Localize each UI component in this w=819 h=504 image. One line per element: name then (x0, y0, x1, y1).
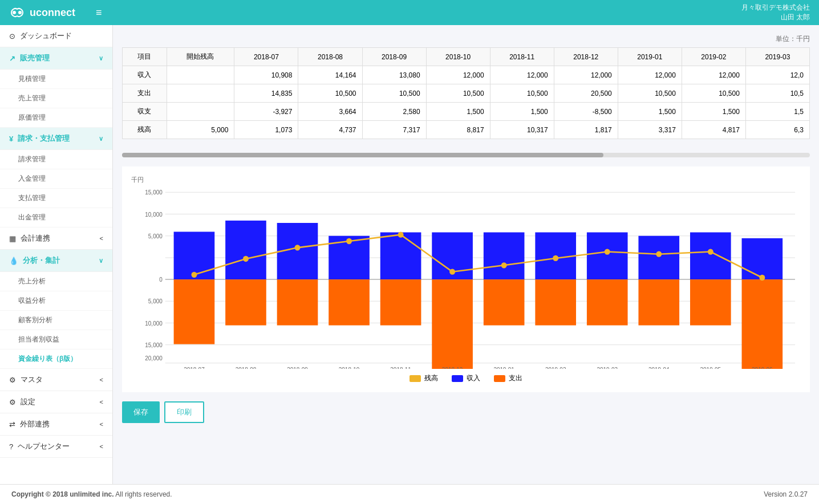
svg-text:15,000: 15,000 (145, 189, 163, 196)
chart-legend: 残高 収入 支出 (131, 373, 801, 383)
sidebar-item-withdrawal[interactable]: 出金管理 (0, 208, 112, 227)
analysis-chevron: ∨ (99, 257, 103, 265)
svg-text:2018-11: 2018-11 (390, 367, 411, 369)
sidebar-item-profit-analysis[interactable]: 収益分析 (0, 291, 112, 311)
svg-text:5,000: 5,000 (148, 233, 163, 239)
billing-chevron: ∨ (99, 135, 103, 143)
sidebar-section-billing[interactable]: ¥ 請求・支払管理 ∨ (0, 128, 112, 150)
bar-income-201903 (587, 233, 628, 280)
sidebar-section-settings[interactable]: ⚙ 設定 < (0, 391, 112, 413)
settings-icon: ⚙ (9, 398, 16, 407)
sidebar-section-sales[interactable]: ↗ 販売管理 ∨ (0, 47, 112, 70)
header-left: uconnect ≡ (9, 6, 102, 19)
sidebar-master-label: マスタ (21, 375, 43, 385)
balance-dot-201812 (449, 269, 455, 275)
footer: Copyright © 2018 unlimited inc. All righ… (0, 484, 819, 504)
accounting-icon: ▦ (9, 234, 16, 243)
sidebar-item-cost[interactable]: 原価管理 (0, 108, 112, 128)
col-header-201901: 2019-01 (618, 48, 682, 66)
table-scroll[interactable]: 項目 開始残高 2018-07 2018-08 2018-09 2018-10 … (122, 47, 810, 144)
bar-expense-201902 (535, 279, 576, 326)
table-row-expense: 支出 14,835 10,500 10,500 10,500 10,500 20… (123, 84, 810, 103)
legend-color-income (452, 375, 463, 382)
user-name: 山田 太郎 (741, 13, 810, 22)
balance-dot-201904 (656, 251, 662, 257)
external-chevron: < (100, 421, 103, 428)
master-icon: ⚙ (9, 376, 16, 384)
col-header-opening: 開始残高 (167, 48, 234, 66)
table-row-balance-flow: 収支 -3,927 3,664 2,580 1,500 1,500 -8,500… (123, 103, 810, 121)
sidebar-dashboard-label: ダッシュボード (20, 31, 72, 41)
sidebar-section-analysis[interactable]: 💧 分析・集計 ∨ (0, 250, 112, 272)
scroll-indicator[interactable] (122, 153, 810, 157)
balance-dot-201808 (243, 256, 249, 262)
sidebar-item-customer-analysis[interactable]: 顧客別分析 (0, 311, 112, 330)
help-chevron: < (100, 443, 103, 450)
balance-dot-201811 (398, 231, 404, 237)
main-layout: ⊙ ダッシュボード ↗ 販売管理 ∨ 見積管理 売上管理 原価管理 ¥ 請求・支… (0, 25, 819, 484)
master-chevron: < (100, 376, 103, 383)
legend-color-balance (410, 375, 421, 382)
unit-label: 単位：千円 (122, 34, 810, 44)
bar-income-201904 (638, 236, 679, 279)
sidebar-section-accounting[interactable]: ▦ 会計連携 < (0, 227, 112, 250)
save-button[interactable]: 保存 (122, 401, 160, 423)
sidebar-item-sales-analysis[interactable]: 売上分析 (0, 272, 112, 291)
balance-dot-201807 (191, 272, 197, 278)
bar-expense-201808 (225, 279, 266, 326)
print-button[interactable]: 印刷 (164, 401, 204, 423)
col-header-201809: 2018-09 (362, 48, 426, 66)
table-row-income: 収入 10,908 14,164 13,080 12,000 12,000 12… (123, 66, 810, 84)
svg-text:2019-03: 2019-03 (597, 367, 618, 369)
sidebar-item-estimate[interactable]: 見積管理 (0, 70, 112, 89)
legend-label-income: 収入 (467, 373, 480, 383)
balance-dot-201901 (501, 262, 507, 268)
sidebar-item-cashflow[interactable]: 資金繰り表（β版） (0, 349, 112, 369)
row-label-income: 収入 (123, 66, 167, 84)
chart-area: 15,000 10,000 5,000 0 5,000 10,000 15,00… (131, 186, 801, 369)
svg-text:2019-04: 2019-04 (648, 367, 670, 369)
sidebar-item-sales[interactable]: 売上管理 (0, 89, 112, 108)
svg-point-1 (18, 11, 22, 14)
chart-svg: 15,000 10,000 5,000 0 5,000 10,000 15,00… (131, 186, 801, 369)
bar-expense-201812 (432, 279, 473, 369)
menu-icon[interactable]: ≡ (96, 7, 102, 19)
legend-item-balance: 残高 (410, 373, 438, 383)
balance-dot-201906 (759, 275, 765, 281)
bar-expense-201904 (638, 279, 679, 326)
bar-expense-201905 (690, 279, 731, 326)
table-row-balance: 残高 5,000 1,073 4,737 7,317 8,817 10,317 … (123, 121, 810, 139)
svg-text:10,000: 10,000 (145, 211, 163, 217)
sidebar-sales-label: 販売管理 (20, 53, 50, 63)
bar-expense-201906 (742, 279, 783, 369)
sales-chevron: ∨ (99, 55, 103, 62)
col-header-201811: 2018-11 (490, 48, 554, 66)
header-user-info: 月々取引デモ株式会社 山田 太郎 (741, 3, 810, 22)
main-content: 単位：千円 項目 開始残高 2018-07 2018-08 2018-09 20… (113, 25, 819, 484)
svg-point-0 (13, 11, 16, 14)
row-label-balance-flow: 収支 (123, 103, 167, 121)
sidebar-item-invoice[interactable]: 請求管理 (0, 150, 112, 169)
bar-expense-201901 (484, 279, 525, 326)
bar-expense-201903 (587, 279, 628, 326)
col-header-201810: 2018-10 (426, 48, 490, 66)
bar-income-201811 (380, 233, 421, 280)
svg-text:2019-06: 2019-06 (752, 367, 773, 369)
balance-dot-201902 (553, 255, 558, 261)
scroll-thumb (122, 153, 603, 157)
sidebar-item-payment-out[interactable]: 支払管理 (0, 189, 112, 208)
sidebar-section-external[interactable]: ⇄ 外部連携 < (0, 413, 112, 436)
dashboard-icon: ⊙ (9, 32, 15, 40)
balance-dot-201810 (346, 238, 352, 244)
footer-rights: All rights reserved. (114, 490, 172, 498)
sidebar-section-help[interactable]: ? ヘルプセンター < (0, 436, 112, 458)
bar-income-201905 (690, 233, 731, 280)
sidebar-item-staff-analysis[interactable]: 担当者別収益 (0, 330, 112, 349)
sidebar-analysis-label: 分析・集計 (23, 255, 60, 266)
svg-text:2018-08: 2018-08 (236, 367, 257, 369)
sidebar-item-dashboard[interactable]: ⊙ ダッシュボード (0, 25, 112, 47)
sidebar-help-label: ヘルプセンター (18, 441, 70, 452)
sidebar-item-payment-in[interactable]: 入金管理 (0, 169, 112, 189)
footer-copyright-bold: Copyright © 2018 unlimited inc. (11, 490, 114, 498)
sidebar-section-master[interactable]: ⚙ マスタ < (0, 369, 112, 391)
